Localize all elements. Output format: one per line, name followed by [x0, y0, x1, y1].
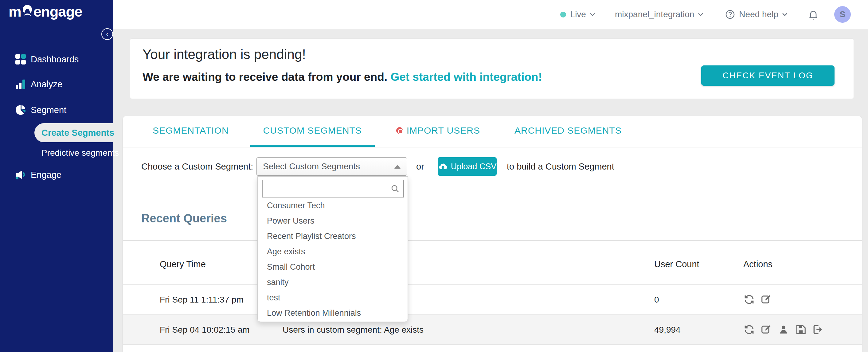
segment-options-list: Consumer Tech Power Users Recent Playlis… — [258, 198, 408, 321]
upload-csv-button[interactable]: Upload CSV — [438, 157, 497, 176]
recent-queries-title: Recent Queries — [141, 212, 227, 225]
live-status-dot-icon — [560, 12, 566, 18]
tab-archived-segments[interactable]: ARCHIVED SEGMENTS — [502, 116, 634, 147]
logo-text-end: engage — [33, 3, 82, 20]
user-count-cell: 0 — [654, 295, 659, 305]
query-info-cell: Users in custom segment: Age exists — [283, 325, 424, 335]
get-started-link[interactable]: Get started with integration! — [391, 71, 542, 83]
sidebar-collapse-button[interactable]: ‹ — [101, 28, 113, 40]
sidebar-item-engage[interactable]: Engage — [0, 166, 113, 184]
choose-segment-label: Choose a Custom Segment: — [141, 162, 253, 172]
column-header-query-time: Query Time — [160, 259, 206, 269]
segments-card: SEGMENTATION CUSTOM SEGMENTS IMPORT USER… — [123, 116, 862, 352]
sidebar-item-label: Dashboards — [31, 54, 79, 64]
export-users-icon[interactable] — [812, 324, 824, 335]
segment-option[interactable]: Recent Playlist Creators — [258, 228, 408, 244]
chevron-left-icon: ‹ — [106, 30, 108, 38]
segment-tabs: SEGMENTATION CUSTOM SEGMENTS IMPORT USER… — [123, 116, 862, 148]
sidebar-item-predictive-segments[interactable]: Predictive segments — [0, 145, 113, 162]
tab-custom-segments[interactable]: CUSTOM SEGMENTS — [250, 116, 375, 147]
edit-query-icon[interactable] — [761, 294, 772, 305]
record-dot-icon — [396, 127, 403, 134]
view-users-icon[interactable] — [778, 324, 789, 335]
avatar[interactable]: S — [834, 6, 851, 23]
logo-o-icon — [22, 4, 33, 19]
sidebar-item-analyze[interactable]: Analyze — [0, 75, 113, 93]
moengage-app: { "colors": { "navy": "#101f6e", "teal":… — [0, 0, 868, 352]
moengage-logo[interactable]: m engage — [9, 3, 82, 20]
cloud-upload-icon — [438, 162, 448, 171]
segment-option[interactable]: test — [258, 290, 408, 305]
tab-label: SEGMENTATION — [153, 125, 229, 136]
query-time-cell: Fri Sep 04 10:02:15 am — [160, 325, 250, 335]
bell-icon — [808, 9, 819, 20]
analyze-bars-icon — [15, 78, 26, 90]
tab-label: IMPORT USERS — [407, 125, 480, 136]
environment-selector[interactable]: Live — [560, 9, 596, 19]
build-segment-text: to build a Custom Segment — [507, 162, 614, 172]
segment-option[interactable]: Age exists — [258, 244, 408, 259]
dashboards-grid-icon — [15, 54, 26, 65]
top-bar: Live mixpanel_integration Need help — [113, 0, 868, 29]
question-circle-icon — [725, 9, 735, 20]
tab-import-users[interactable]: IMPORT USERS — [383, 116, 493, 147]
row-actions — [743, 324, 824, 335]
custom-segment-select[interactable]: Select Custom Segments — [256, 157, 407, 176]
edit-query-icon[interactable] — [761, 324, 772, 335]
sidebar-item-segment[interactable]: Segment — [0, 101, 113, 119]
segment-search-input[interactable] — [262, 180, 404, 197]
chevron-down-icon — [697, 11, 704, 18]
sidebar: m engage ‹ Dashboards — [0, 0, 113, 352]
sidebar-item-label: Engage — [31, 170, 61, 180]
integration-pending-banner: Your integration is pending! We are wait… — [130, 38, 854, 99]
sidebar-item-label: Create Segments — [41, 128, 114, 138]
segment-option[interactable]: sanity — [258, 275, 408, 290]
banner-message-text: We are waiting to receive data from your… — [143, 71, 391, 83]
project-name: mixpanel_integration — [615, 9, 694, 19]
tab-label: ARCHIVED SEGMENTS — [515, 125, 622, 136]
segment-option[interactable]: Power Users — [258, 213, 408, 228]
sidebar-item-label: Analyze — [31, 79, 62, 89]
sidebar-item-label: Segment — [31, 105, 66, 115]
column-header-actions: Actions — [743, 259, 773, 269]
engage-megaphone-icon — [15, 169, 26, 181]
row-actions — [743, 294, 772, 305]
user-count-cell: 49,994 — [654, 325, 681, 335]
select-value: Select Custom Segments — [263, 162, 360, 171]
chevron-down-icon — [589, 11, 596, 18]
divider — [123, 240, 862, 241]
column-header-user-count: User Count — [654, 259, 700, 269]
chevron-down-icon — [781, 11, 788, 18]
search-icon — [391, 184, 400, 193]
banner-message: We are waiting to receive data from your… — [143, 71, 542, 84]
segment-option[interactable]: Consumer Tech — [258, 198, 408, 213]
segment-option[interactable]: Small Cohort — [258, 259, 408, 275]
segment-pie-icon — [15, 104, 26, 116]
need-help-menu[interactable]: Need help — [725, 9, 788, 20]
save-segment-icon[interactable] — [795, 324, 807, 335]
rerun-query-icon[interactable] — [743, 294, 755, 305]
sidebar-item-dashboards[interactable]: Dashboards — [0, 51, 113, 68]
upload-csv-label: Upload CSV — [451, 162, 497, 171]
table-row: Fri Sep 04 10:02:15 am Users in custom s… — [123, 314, 862, 345]
triangle-up-icon — [394, 165, 401, 169]
segment-option[interactable]: Low Retention Millennials — [258, 305, 408, 321]
sidebar-item-label: Predictive segments — [41, 148, 119, 158]
banner-title: Your integration is pending! — [143, 47, 306, 62]
table-row: Fri Sep 11 1:11:37 pm 0 — [123, 285, 862, 314]
sidebar-item-create-segments[interactable]: Create Segments — [34, 123, 113, 142]
or-text: or — [416, 162, 424, 172]
rerun-query-icon[interactable] — [743, 324, 755, 335]
tab-label: CUSTOM SEGMENTS — [263, 125, 362, 136]
tab-segmentation[interactable]: SEGMENTATION — [140, 116, 242, 147]
query-time-cell: Fri Sep 11 1:11:37 pm — [160, 295, 244, 305]
avatar-initial: S — [840, 10, 845, 19]
custom-segment-dropdown: Consumer Tech Power Users Recent Playlis… — [257, 176, 408, 322]
project-selector[interactable]: mixpanel_integration — [615, 9, 704, 19]
notifications-button[interactable] — [808, 9, 819, 20]
environment-label: Live — [570, 9, 586, 19]
check-event-log-button[interactable]: CHECK EVENT LOG — [701, 65, 835, 86]
logo-text-start: m — [9, 3, 21, 20]
need-help-label: Need help — [739, 9, 778, 19]
